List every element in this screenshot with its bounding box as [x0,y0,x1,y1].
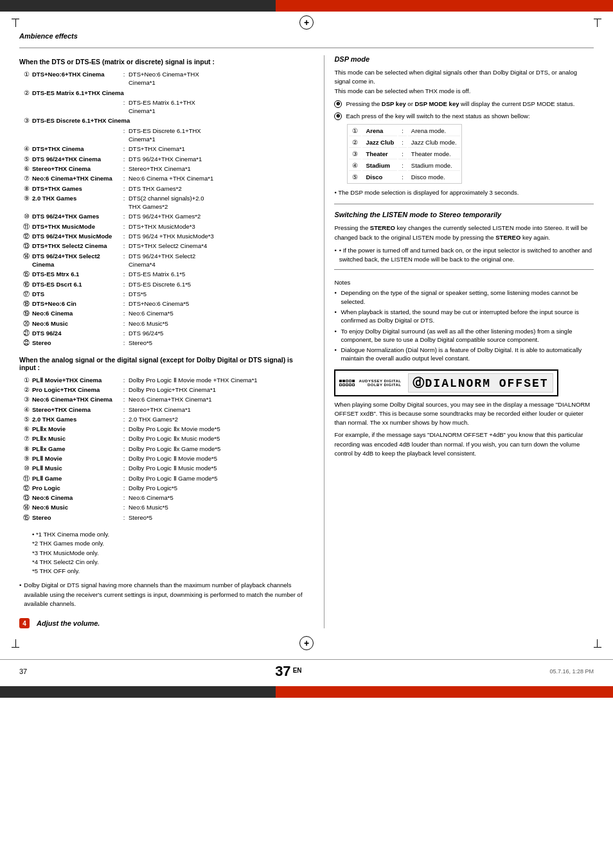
table-row: ⑤ 2.0 THX Games : 2.0 THX Games*2 [19,414,305,424]
dsp-modes-table: ① Arena : Arena mode. ② Jazz Club : Jazz… [347,124,461,184]
adjust-volume-label: Adjust the volume. [37,619,100,627]
bottom-deco-right [276,686,613,698]
table-row: ⑬ DTS+THX Select2 Cinema : DTS+THX Selec… [19,241,305,251]
table-row: ⑧ DTS+THX Games : DTS THX Games*2 [19,184,305,193]
section-title: Ambience effects [19,32,594,40]
table-row: ④ Stereo+THX Cinema : Stereo+THX Cinema*… [19,405,305,414]
top-bar-right [276,0,613,12]
right-column: DSP mode This mode can be selected when … [324,55,594,628]
bottom-page-left: 37 [19,668,27,675]
registration-mark-bottom [299,636,314,650]
footnote-item: *4 THX Select2 Cin only. [19,558,305,567]
table-row: ⑤ DTS 96/24+THX Cinema : DTS 96/24+THX C… [19,154,305,164]
footnote-list: • *1 THX Cinema mode only. *2 THX Games … [19,530,305,576]
page: Ambience effects When the DTS or DTS-ES … [0,0,613,868]
table-row: ① PLⅡ Movie+THX Cinema : Dolby Pro Logic… [19,375,305,385]
top-bar-left [0,0,276,12]
bullet-1-icon: ❶ [334,100,342,108]
footnotes-section: • *1 THX Cinema mode only. *2 THX Games … [19,530,305,576]
table-row: ④ Stadium : Stadium mode. [349,161,459,171]
bottom-deco-bar [0,686,613,698]
table-row: : DTS-ES Matrix 6.1+THXCinema*1 [19,98,305,116]
dts-section-title: When the DTS or DTS-ES (matrix or discre… [19,58,305,66]
table-row: ⑮ DTS-ES Mtrx 6.1 : DTS-ES Matrix 6.1*5 [19,269,305,279]
table-row: ⑫ Pro Logic : Dolby Pro Logic*5 [19,483,305,493]
table-row: ⑤ Disco : Disco mode. [349,172,459,182]
dts-section: When the DTS or DTS-ES (matrix or discre… [19,58,305,348]
bullet-note: • Dolby Digital or DTS signal having mor… [19,581,305,608]
note-item: Dialogue Normalization (Dial Norm) is a … [334,346,594,363]
table-row: ② Jazz Club : Jazz Club mode. [349,137,459,148]
footnote-item: • *1 THX Cinema mode only. [19,530,305,539]
dolby-label: DOLBY DIGITAL [368,383,402,387]
analog-table: ① PLⅡ Movie+THX Cinema : Dolby Pro Logic… [19,375,305,522]
dsp-note-1: This mode can be selected when digital s… [334,68,594,96]
table-row: ⑦ PLⅡx Music : Dolby Pro Logic Ⅱx Music … [19,434,305,443]
table-row: ⑦ Neo:6 Cinema+THX Cinema : Neo:6 Cinema… [19,173,305,183]
notes-label: Notes [334,279,594,286]
table-row: ⑬ Neo:6 Cinema : Neo:6 Cinema*5 [19,493,305,502]
dsp-mode-title: DSP mode [334,55,594,63]
table-row: ① DTS+Neo:6+THX Cinema : DTS+Neo:6 Cinem… [19,69,305,88]
dialnorm-text-1: When playing some Dolby Digital sources,… [334,400,594,428]
table-row: ⑫ DTS 96/24+THX MusicMode : DTS 96/24 +T… [19,231,305,241]
table-row: : DTS-ES Discrete 6.1+THXCinema*1 [19,126,305,145]
bullet-2-icon: ❷ [334,112,342,120]
table-row: ⑳ Neo:6 Music : Neo:6 Music*5 [19,319,305,328]
table-row: ⑮ Stereo : Stereo*5 [19,513,305,522]
table-row: ⑲ Neo:6 Cinema : Neo:6 Cinema*5 [19,308,305,318]
table-row: ③ Theater : Theater mode. [349,149,459,159]
adjust-volume-section: 4 Adjust the volume. [19,618,305,628]
table-row: ⑥ PLⅡx Movie : Dolby Pro Logic Ⅱx Movie … [19,424,305,434]
table-row: ⑰ DTS : DTS*5 [19,289,305,299]
stereo-text: Pressing the STEREO key changes the curr… [334,224,594,242]
table-row: ⑭ Neo:6 Music : Neo:6 Music*5 [19,502,305,512]
table-row: ⑱ DTS+Neo:6 Cin : DTS+Neo:6 Cinema*5 [19,299,305,308]
table-row: ③ Neo:6 Cinema+THX Cinema : Neo:6 Cinema… [19,394,305,404]
table-row: ⑥ Stereo+THX Cinema : Stereo+THX Cinema*… [19,164,305,173]
bottom-date: 05.7.16, 1:28 PM [549,668,594,675]
left-column: When the DTS or DTS-ES (matrix or discre… [19,55,311,628]
dsp-mode-section: DSP mode This mode can be selected when … [334,55,594,196]
dsp-bullet-2: ❷ Each press of the key will switch to t… [334,112,594,120]
stereo-note: • • If the power is turned off and turne… [334,246,594,265]
bullet-note-text: Dolby Digital or DTS signal having more … [24,581,305,608]
note-item: When playback is started, the sound may … [334,308,594,325]
table-row: ㉒ Stereo : Stereo*5 [19,338,305,348]
footnote-item: *2 THX Games mode only. [19,539,305,548]
step-number-4: 4 [19,618,30,628]
analog-section: When the analog signal or the digital si… [19,356,305,522]
notes-list: Depending on the type of the signal or s… [334,288,594,362]
notes-section: Notes Depending on the type of the signa… [334,275,594,362]
table-row: ⑧ PLⅡx Game : Dolby Pro Logic Ⅱx Game mo… [19,444,305,454]
dialnorm-text-2: For example, if the message says "DIALNO… [334,430,594,458]
table-row: ⑩ PLⅡ Music : Dolby Pro Logic Ⅱ Music mo… [19,463,305,473]
stereo-section: Switching the LISTEN mode to Stereo temp… [334,211,594,264]
table-row: ② DTS-ES Matrix 6.1+THX Cinema [19,88,305,98]
analog-section-title: When the analog signal or the digital si… [19,356,305,371]
table-row: ⑪ DTS+THX MusicMode : DTS+THX MusicMode*… [19,222,305,231]
registration-mark-top [299,15,314,30]
table-row: ⑩ DTS 96/24+THX Games : DTS 96/24+THX Ga… [19,211,305,221]
en-label: EN [293,667,302,674]
table-row: ④ DTS+THX Cinema : DTS+THX Cinema*1 [19,144,305,154]
dsp-display-note: • The DSP mode selection is displayed fo… [334,189,594,196]
footnote-item: *3 THX MusicMode only. [19,549,305,558]
stereo-title: Switching the LISTEN mode to Stereo temp… [334,211,594,218]
table-row: ② Pro Logic+THX Cinema : Dolby Pro Logic… [19,385,305,394]
table-row: ① Arena : Arena mode. [349,126,459,136]
note-item: To enjoy Dolby Digital surround (as well… [334,327,594,344]
footnote-item: *5 THX OFF only. [19,567,305,576]
table-row: ③ DTS-ES Discrete 6.1+THX Cinema [19,116,305,125]
table-row: ⑨ PLⅡ Movie : Dolby Pro Logic Ⅱ Movie mo… [19,454,305,463]
note-item: Depending on the type of the signal or s… [334,288,594,306]
dialnorm-text: ⓓDIALNORM OFFSET [408,373,553,393]
bottom-bar: 37 37 EN 05.7.16, 1:28 PM [0,659,613,683]
page-number-large: 37 EN [275,663,301,680]
dsp-bullet-1: ❶ Pressing the DSP key or DSP MODE key w… [334,100,594,108]
table-row: ⑯ DTS-ES Dscrt 6.1 : DTS-ES Discrete 6.1… [19,279,305,289]
page-number: 37 [275,663,290,679]
table-row: ⑨ 2.0 THX Games : DTS(2 channel signals)… [19,193,305,212]
table-row: ⑭ DTS 96/24+THX Select2 Cinema : DTS 96/… [19,251,305,270]
bottom-deco-left [0,686,276,698]
